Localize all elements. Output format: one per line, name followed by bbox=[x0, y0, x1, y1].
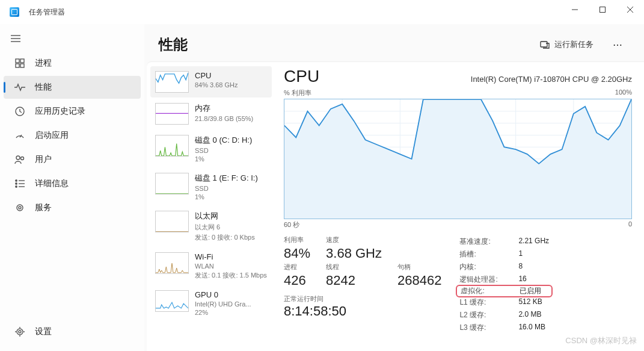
list-icon bbox=[14, 178, 25, 189]
nav-settings[interactable]: 设置 bbox=[4, 320, 141, 343]
nav-label: 应用历史记录 bbox=[35, 106, 85, 117]
run-task-label: 运行新任务 bbox=[554, 39, 593, 50]
res-sub2: 发送: 0.1 接收: 1.5 Mbps bbox=[195, 271, 267, 280]
svg-point-22 bbox=[19, 207, 21, 209]
gauge-icon bbox=[14, 130, 25, 141]
util-label: 利用率 bbox=[284, 235, 310, 244]
disk-thumb bbox=[155, 135, 189, 157]
more-icon: ⋯ bbox=[613, 40, 624, 50]
gpu-thumb bbox=[155, 290, 189, 312]
svg-point-24 bbox=[19, 331, 21, 333]
info-val: 512 KB bbox=[518, 297, 542, 308]
res-sub2: 发送: 0 接收: 0 Kbps bbox=[195, 233, 255, 242]
svg-rect-1 bbox=[600, 7, 606, 13]
res-title: 磁盘 0 (C: D: H:) bbox=[195, 135, 252, 146]
disk-thumb bbox=[155, 173, 189, 194]
nav-users[interactable]: 用户 bbox=[4, 148, 141, 171]
info-key: L1 缓存: bbox=[459, 297, 514, 308]
window-title: 任务管理器 bbox=[29, 7, 65, 17]
util-val: 84% bbox=[284, 246, 310, 261]
cpu-utilization-chart[interactable] bbox=[284, 99, 632, 219]
sidebar: 进程 性能 应用历史记录 启动应用 用户 详细信息 服务 bbox=[0, 24, 144, 351]
resource-list[interactable]: CPU84% 3.68 GHz 内存21.8/39.8 GB (55%) 磁盘 … bbox=[147, 62, 275, 351]
nav-label: 详细信息 bbox=[35, 178, 69, 189]
res-sub: SSD bbox=[195, 185, 258, 192]
main-header: 性能 运行新任务 ⋯ bbox=[144, 24, 644, 61]
nav-services[interactable]: 服务 bbox=[4, 196, 141, 219]
more-button[interactable]: ⋯ bbox=[607, 36, 630, 54]
handles-val: 268462 bbox=[397, 273, 441, 288]
info-key: 基准速度: bbox=[459, 237, 514, 247]
res-title: 磁盘 1 (E: F: G: I:) bbox=[195, 173, 258, 184]
nav-details[interactable]: 详细信息 bbox=[4, 172, 141, 195]
close-button[interactable] bbox=[616, 0, 644, 19]
window-controls bbox=[561, 0, 644, 19]
info-val: 2.21 GHz bbox=[518, 237, 549, 247]
res-title: CPU bbox=[195, 71, 238, 80]
svg-rect-29 bbox=[541, 42, 547, 47]
handles-label: 句柄 bbox=[397, 262, 441, 272]
nav-processes[interactable]: 进程 bbox=[4, 52, 141, 75]
speed-val: 3.68 GHz bbox=[326, 246, 382, 261]
resource-disk1[interactable]: 磁盘 1 (E: F: G: I:)SSD1% bbox=[150, 168, 272, 205]
svg-rect-8 bbox=[20, 59, 24, 63]
info-row: L2 缓存:2.0 MB bbox=[459, 309, 549, 321]
nav-performance[interactable]: 性能 bbox=[4, 76, 141, 99]
page-title: 性能 bbox=[159, 35, 527, 54]
nav-label: 启动应用 bbox=[35, 130, 69, 141]
svg-point-14 bbox=[21, 157, 24, 160]
proc-label: 进程 bbox=[284, 262, 310, 272]
res-sub: WLAN bbox=[195, 262, 267, 270]
users-icon bbox=[14, 154, 25, 165]
titlebar: 任务管理器 bbox=[0, 0, 644, 24]
info-val: 2.0 MB bbox=[518, 310, 541, 320]
nav-label: 设置 bbox=[35, 326, 52, 337]
resource-gpu0[interactable]: GPU 0Intel(R) UHD Gra...22% bbox=[150, 285, 272, 321]
nav-label: 性能 bbox=[35, 82, 52, 93]
maximize-button[interactable] bbox=[589, 0, 616, 19]
resource-ethernet[interactable]: 以太网以太网 6发送: 0 接收: 0 Kbps bbox=[150, 206, 272, 247]
resource-cpu[interactable]: CPU84% 3.68 GHz bbox=[150, 66, 272, 98]
info-row: 插槽:1 bbox=[459, 248, 549, 261]
resource-wifi[interactable]: Wi-FiWLAN发送: 0.1 接收: 1.5 Mbps bbox=[150, 247, 272, 285]
nav-startup[interactable]: 启动应用 bbox=[4, 124, 141, 147]
svg-point-15 bbox=[16, 180, 17, 181]
info-key: 插槽: bbox=[459, 249, 514, 259]
res-sub: Intel(R) UHD Gra... bbox=[195, 300, 251, 308]
resource-disk0[interactable]: 磁盘 0 (C: D: H:)SSD1% bbox=[150, 130, 272, 167]
nav-label: 用户 bbox=[35, 154, 52, 165]
nav-label: 服务 bbox=[35, 202, 52, 213]
run-new-task-button[interactable]: 运行新任务 bbox=[534, 36, 600, 54]
axis-right: 0 bbox=[628, 220, 632, 229]
res-sub: 以太网 6 bbox=[195, 223, 255, 232]
info-val: 1 bbox=[518, 249, 523, 259]
resource-memory[interactable]: 内存21.8/39.8 GB (55%) bbox=[150, 98, 272, 129]
axis-left: 60 秒 bbox=[284, 220, 299, 229]
svg-point-21 bbox=[17, 205, 23, 211]
settings-icon bbox=[14, 326, 25, 337]
info-key: 虚拟化: bbox=[461, 286, 515, 296]
svg-point-13 bbox=[16, 156, 20, 160]
info-key: L2 缓存: bbox=[459, 310, 514, 320]
nav-label: 进程 bbox=[35, 58, 52, 69]
cpu-thumb bbox=[155, 71, 189, 93]
run-task-icon bbox=[540, 40, 550, 49]
svg-rect-7 bbox=[16, 59, 19, 63]
nav-app-history[interactable]: 应用历史记录 bbox=[4, 100, 141, 123]
svg-rect-10 bbox=[20, 64, 24, 67]
res-title: 以太网 bbox=[195, 211, 255, 222]
info-val: 8 bbox=[518, 262, 523, 272]
threads-val: 8242 bbox=[326, 273, 382, 288]
minimize-button[interactable] bbox=[561, 0, 589, 19]
pulse-icon bbox=[14, 82, 25, 93]
chart-top-left: % 利用率 bbox=[284, 89, 311, 98]
info-row: 内核:8 bbox=[459, 261, 549, 273]
proc-val: 426 bbox=[284, 273, 310, 288]
info-key: 内核: bbox=[459, 262, 514, 272]
svg-point-23 bbox=[17, 329, 23, 335]
detail-pane: CPU Intel(R) Core(TM) i7-10870H CPU @ 2.… bbox=[275, 62, 644, 351]
hamburger-button[interactable] bbox=[0, 28, 144, 51]
stats-grid: 利用率 速度 84% 3.68 GHz 进程 线程 句柄 426 8242 26… bbox=[284, 235, 441, 288]
threads-label: 线程 bbox=[326, 262, 382, 272]
info-row: 逻辑处理器:16 bbox=[459, 273, 549, 286]
